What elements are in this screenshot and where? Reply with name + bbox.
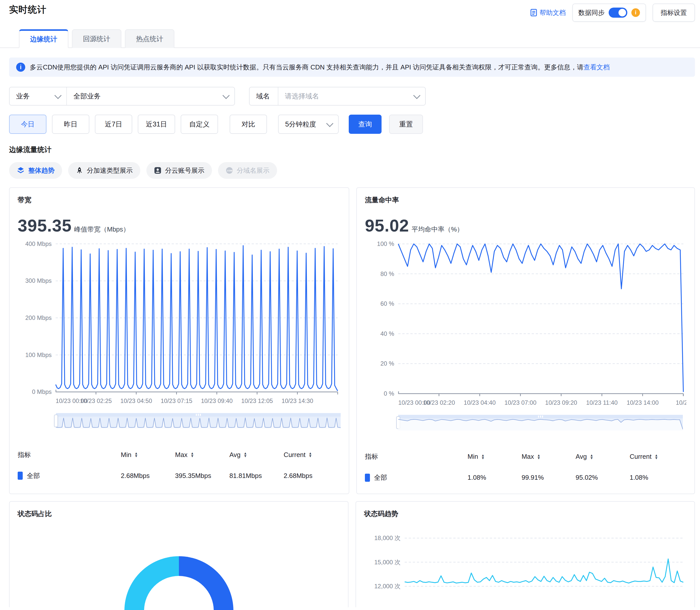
query-button[interactable]: 查询	[349, 115, 382, 134]
card-title: 流量命中率	[365, 195, 686, 205]
charts-row-2: 状态码占比 状态码趋势 18,000 次15,000 次12,000 次	[9, 501, 695, 607]
metric-name: 全部	[365, 473, 468, 482]
brush-grip-icon[interactable]	[56, 413, 341, 417]
col-max[interactable]: Max▲▼	[175, 451, 229, 459]
bandwidth-svg: 400 Mbps300 Mbps200 Mbps100 Mbps0 Mbps10…	[18, 240, 341, 405]
current-value: 1.08%	[630, 473, 686, 481]
metric-settings-button[interactable]: 指标设置	[653, 3, 695, 22]
date-button-31days[interactable]: 近31日	[138, 115, 175, 134]
min-value: 1.08%	[468, 473, 521, 481]
col-avg[interactable]: Avg▲▼	[229, 451, 284, 459]
legend-swatch	[18, 472, 23, 480]
chevron-down-icon	[413, 92, 420, 99]
metric-name: 全部	[18, 471, 121, 480]
data-sync-group: 数据同步 i	[572, 3, 646, 22]
col-min[interactable]: Min▲▼	[468, 453, 521, 461]
card-title: 状态码占比	[18, 509, 340, 518]
svg-text:0 %: 0 %	[384, 390, 394, 397]
col-current[interactable]: Current▲▼	[630, 453, 686, 461]
big-value: 395.35	[18, 215, 72, 235]
status-code-trend-chart[interactable]: 18,000 次15,000 次12,000 次	[364, 523, 686, 610]
help-doc-label: 帮助文档	[539, 8, 566, 17]
svg-text:12,000 次: 12,000 次	[374, 583, 400, 590]
bandwidth-peak: 395.35 峰值带宽（Mbps）	[18, 215, 341, 235]
date-button-custom[interactable]: 自定义	[181, 115, 218, 134]
avg-value: 81.81Mbps	[229, 472, 284, 480]
layers-icon	[17, 166, 25, 175]
tab-origin-stats[interactable]: 回源统计	[72, 29, 121, 48]
col-avg[interactable]: Avg▲▼	[576, 453, 630, 461]
view-doc-link[interactable]: 查看文档	[583, 63, 610, 71]
business-type-select[interactable]: 业务	[10, 87, 66, 105]
domain-label-cell: 域名	[250, 87, 278, 105]
bandwidth-brush[interactable]	[56, 413, 341, 429]
help-doc-link[interactable]: 帮助文档	[530, 8, 566, 17]
hit-rate-chart[interactable]: 100 %80 %60 %40 %20 %0 %10/23 00:0010/23…	[365, 240, 686, 408]
pill-overall-trend[interactable]: 整体趋势	[9, 162, 62, 179]
svg-text:200 Mbps: 200 Mbps	[25, 314, 51, 321]
col-min[interactable]: Min▲▼	[121, 451, 175, 459]
svg-text:15,000 次: 15,000 次	[374, 559, 400, 565]
reset-button[interactable]: 重置	[389, 115, 423, 134]
svg-text:0 Mbps: 0 Mbps	[32, 388, 52, 395]
svg-text:10/23 07:00: 10/23 07:00	[504, 399, 536, 406]
col-max[interactable]: Max▲▼	[521, 453, 576, 461]
hit_rate-svg: 100 %80 %60 %40 %20 %0 %10/23 00:0010/23…	[365, 240, 686, 407]
brush-grip-icon[interactable]	[398, 415, 683, 418]
sort-icon: ▲▼	[654, 454, 658, 460]
chevron-down-icon	[54, 92, 62, 99]
sort-icon: ▲▼	[309, 452, 312, 458]
svg-text:10/23 07:15: 10/23 07:15	[161, 397, 193, 404]
tabbar: 边缘统计 回源统计 热点统计	[0, 29, 700, 48]
svg-text:10/23 09:40: 10/23 09:40	[201, 397, 233, 404]
col-current[interactable]: Current▲▼	[284, 451, 341, 459]
svg-text:400 Mbps: 400 Mbps	[25, 240, 51, 247]
status-code-donut-chart[interactable]	[124, 556, 233, 610]
business-value-select[interactable]: 全部业务	[66, 87, 234, 105]
status-code-ratio-card: 状态码占比	[9, 501, 349, 607]
bandwidth-card: 带宽 395.35 峰值带宽（Mbps） 400 Mbps300 Mbps200…	[9, 187, 349, 494]
account-icon	[154, 167, 162, 174]
compare-button[interactable]: 对比	[230, 115, 267, 134]
data-sync-toggle[interactable]	[609, 7, 627, 18]
charts-row-1: 带宽 395.35 峰值带宽（Mbps） 400 Mbps300 Mbps200…	[9, 187, 695, 494]
date-range-row: 今日 昨日 近7日 近31日 自定义 对比 5分钟粒度 查询 重置	[9, 115, 695, 134]
info-icon: i	[16, 63, 25, 72]
granularity-value: 5分钟粒度	[285, 120, 316, 129]
sort-icon: ▲▼	[537, 454, 540, 460]
hit-rate-brush[interactable]	[398, 415, 683, 431]
stats-data-row[interactable]: 全部 1.08% 99.91% 95.02% 1.08%	[365, 473, 686, 486]
domain-select[interactable]: 请选择域名	[278, 87, 425, 105]
granularity-select[interactable]: 5分钟粒度	[278, 115, 339, 134]
pill-by-cloud-account[interactable]: 分云账号展示	[146, 162, 212, 179]
sort-icon: ▲▼	[590, 454, 593, 460]
col-metric: 指标	[365, 452, 468, 461]
topbar-actions: 帮助文档 数据同步 i 指标设置	[530, 3, 695, 22]
date-button-today[interactable]: 今日	[9, 115, 47, 134]
big-caption: 平均命中率（%）	[412, 225, 463, 234]
pill-label: 分云账号展示	[165, 166, 204, 175]
tab-hotspot-stats[interactable]: 热点统计	[125, 29, 174, 48]
svg-text:10/23 02:20: 10/23 02:20	[423, 399, 455, 406]
pill-by-accel-type[interactable]: 分加速类型展示	[68, 162, 140, 179]
filter-row: 业务 全部业务 域名 请选择域名	[9, 87, 695, 106]
svg-text:.COM: .COM	[226, 170, 232, 172]
chevron-down-icon	[326, 120, 333, 127]
tab-edge-stats[interactable]: 边缘统计	[19, 29, 68, 48]
domain-icon: .COM	[226, 167, 233, 174]
bandwidth-chart[interactable]: 400 Mbps300 Mbps200 Mbps100 Mbps0 Mbps10…	[18, 240, 341, 406]
section-title: 边缘流量统计	[9, 145, 695, 155]
date-button-yesterday[interactable]: 昨日	[52, 115, 89, 134]
svg-text:100 %: 100 %	[377, 240, 394, 247]
stats-header-row: 指标 Min▲▼ Max▲▼ Avg▲▼ Current▲▼	[365, 452, 686, 461]
date-button-7days[interactable]: 近7日	[95, 115, 132, 134]
max-value: 395.35Mbps	[175, 472, 229, 480]
stats-data-row[interactable]: 全部 2.68Mbps 395.35Mbps 81.81Mbps 2.68Mbp…	[18, 471, 341, 484]
svg-text:80 %: 80 %	[380, 270, 394, 277]
info-badge-icon[interactable]: i	[631, 8, 640, 17]
pill-label: 分域名展示	[237, 166, 269, 175]
bandwidth-brush-svg	[56, 417, 341, 429]
toggle-knob	[618, 9, 626, 16]
business-select-group: 业务 全部业务	[9, 87, 235, 106]
page-title: 实时统计	[9, 3, 47, 16]
